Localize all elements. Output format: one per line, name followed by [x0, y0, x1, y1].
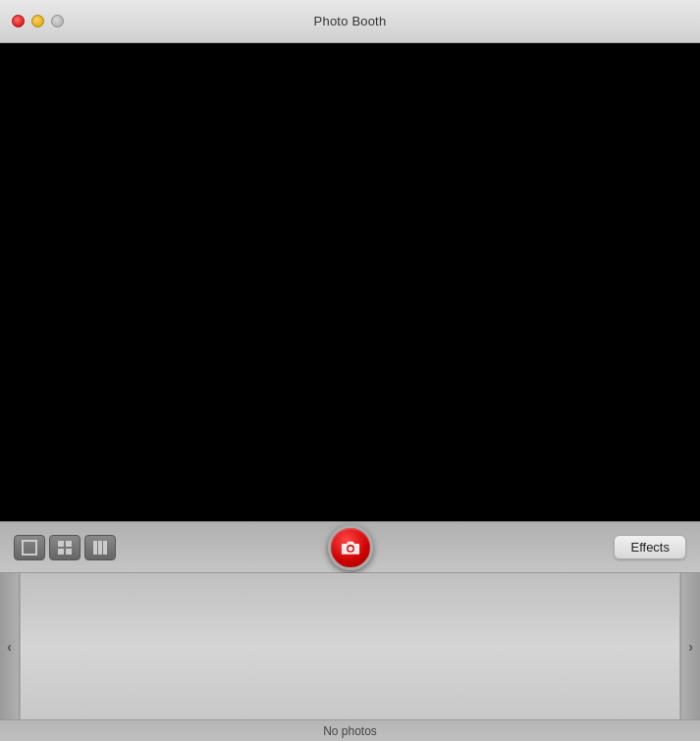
bottom-panel: Effects ‹ › No photos	[0, 521, 700, 741]
window-controls	[12, 15, 64, 27]
svg-rect-7	[103, 541, 107, 555]
svg-rect-3	[58, 549, 64, 555]
chevron-right-icon: ›	[688, 639, 693, 655]
grid4-view-icon	[56, 539, 74, 556]
status-text: No photos	[323, 724, 377, 738]
effects-button[interactable]: Effects	[614, 535, 686, 559]
title-bar: Photo Booth	[0, 0, 700, 43]
chevron-left-icon: ‹	[7, 639, 12, 655]
zoom-button[interactable]	[51, 15, 64, 27]
camera-shutter-icon	[341, 539, 360, 556]
toolbar: Effects	[0, 522, 700, 573]
status-bar: No photos	[0, 719, 700, 741]
window-title: Photo Booth	[314, 14, 387, 28]
photo-strip-container: ‹ ›	[0, 573, 700, 719]
strip-scroll-left[interactable]: ‹	[0, 573, 20, 719]
strip-scroll-right[interactable]: ›	[680, 573, 700, 719]
strip-view-icon	[91, 539, 109, 556]
svg-rect-6	[98, 541, 102, 555]
svg-rect-5	[93, 541, 97, 555]
single-view-icon	[21, 539, 38, 556]
svg-rect-1	[58, 541, 64, 547]
strip-view-button[interactable]	[84, 535, 116, 560]
svg-rect-2	[66, 541, 72, 547]
photo-strip	[20, 573, 680, 719]
camera-view	[0, 43, 700, 521]
close-button[interactable]	[12, 15, 25, 27]
view-buttons	[14, 535, 116, 560]
grid4-view-button[interactable]	[49, 535, 81, 560]
single-view-button[interactable]	[14, 535, 45, 560]
minimize-button[interactable]	[31, 15, 44, 27]
capture-button[interactable]	[328, 525, 373, 570]
camera-icon	[341, 540, 360, 556]
svg-rect-4	[66, 549, 72, 555]
svg-rect-0	[23, 541, 36, 555]
